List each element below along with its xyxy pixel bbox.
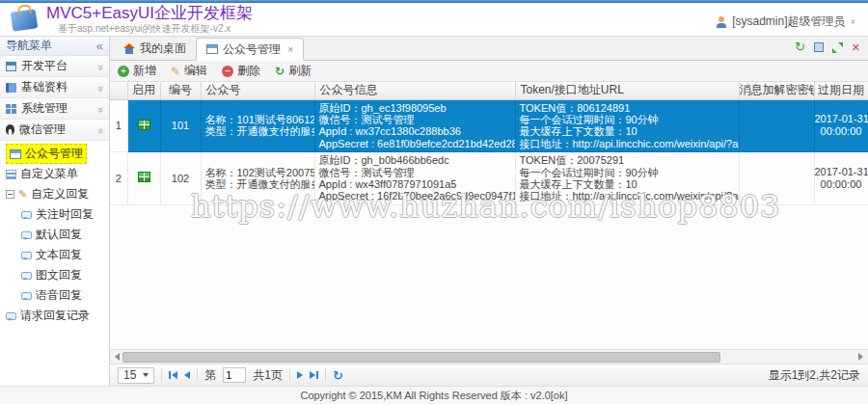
penguin-icon <box>6 124 14 135</box>
token-cell: TOKEN值：806124891 每一个会话过期时间：90分钟 最大缓存上下文数… <box>515 99 739 152</box>
chevron-double-down-icon: » <box>95 64 107 67</box>
edit-button[interactable]: ✎ 编辑 <box>171 63 207 79</box>
tree-item-voice-reply[interactable]: 语音回复 <box>6 285 109 306</box>
tree-item-request-reply-log[interactable]: 请求回复记录 <box>6 306 109 326</box>
home-icon <box>123 43 135 54</box>
tab-my-desktop[interactable]: 我的桌面 <box>114 37 196 60</box>
tab-official-account-mgmt[interactable]: 公众号管理 × <box>196 38 304 61</box>
account-cell: 名称：101测试号806124891 类型：开通微支付的服务号 <box>201 99 314 152</box>
user-icon <box>716 16 727 28</box>
window-icon <box>6 62 16 71</box>
row-index: 1 <box>110 99 127 152</box>
separator <box>197 368 198 382</box>
page-size-select[interactable]: 15 <box>118 367 154 384</box>
close-all-tabs-icon[interactable]: ✕ <box>852 41 860 53</box>
speech-bubble-icon <box>21 292 32 300</box>
col-token-url[interactable]: Token/接口地址URL <box>515 82 739 99</box>
datagrid: 启用 编号 公众号 公众号信息 Token/接口地址URL 消息加解密密钥 过期… <box>110 82 868 349</box>
next-page-button[interactable] <box>297 371 303 379</box>
rownum-column-header <box>110 82 127 99</box>
tree-item-custom-menu[interactable]: 自定义菜单 <box>6 164 109 184</box>
horizontal-scrollbar[interactable] <box>110 349 868 364</box>
user-menu[interactable]: [sysadmin]超级管理员 » <box>716 13 854 30</box>
app-title: MVC5+EasyUI企业开发框架 <box>46 4 253 22</box>
close-tab-icon[interactable]: × <box>287 43 293 55</box>
grid-icon <box>6 104 16 114</box>
secret-key-cell <box>739 152 814 205</box>
enabled-cell <box>127 99 160 152</box>
prev-page-button[interactable] <box>184 371 190 379</box>
maximize-icon[interactable] <box>832 42 843 53</box>
scroll-right-icon[interactable] <box>858 353 863 361</box>
speech-bubble-icon <box>21 252 32 259</box>
total-pages-label: 共1页 <box>253 367 283 384</box>
last-page-button[interactable] <box>310 371 318 379</box>
tree-item-text-reply[interactable]: 文本回复 <box>6 245 109 265</box>
tab-tools: ↻ ✕ <box>795 41 860 53</box>
speech-bubble-icon <box>21 211 32 219</box>
speech-bubble-icon <box>21 231 32 239</box>
sidebar-section-basic-data[interactable]: 基础资料 » <box>0 77 109 98</box>
enabled-icon <box>138 120 150 130</box>
enabled-cell <box>127 152 160 205</box>
col-number[interactable]: 编号 <box>160 82 201 99</box>
secret-key-cell <box>739 99 814 152</box>
book-icon <box>6 83 16 93</box>
sidebar-section-dev-platform[interactable]: 开发平台 » <box>0 56 109 77</box>
plus-icon: + <box>118 66 129 77</box>
collapse-node-icon[interactable] <box>6 190 14 199</box>
number-cell: 102 <box>160 152 201 205</box>
pager-controls: 15 第 共1页 ↻ <box>118 367 343 384</box>
account-info-cell: 原始ID：gh_ec13f98095eb 微信号：测试号管理 AppId : w… <box>314 99 515 152</box>
speech-bubble-icon <box>21 272 32 280</box>
chevron-double-down-icon: » <box>95 106 107 110</box>
tab-list-icon[interactable] <box>814 42 824 52</box>
hscroll-thumb[interactable] <box>122 352 720 363</box>
collapse-sidebar-icon[interactable]: « <box>96 40 103 52</box>
edit-pen-icon: ✎ <box>18 189 27 200</box>
app-header: MVC5+EasyUI企业开发框架 基于asp.net+easyui的快速开发框… <box>0 3 868 37</box>
enabled-icon <box>138 172 150 182</box>
page-number-input[interactable] <box>223 367 246 383</box>
sidebar-title: 导航菜单 <box>6 38 52 54</box>
account-info-cell: 原始ID：gh_b0b466bb6edc 微信号：测试号管理 AppId : w… <box>314 152 515 205</box>
col-account[interactable]: 公众号 <box>201 82 314 99</box>
table-row[interactable]: 1 101 名称：101测试号806124891 类型：开通微支付的服务号 原始… <box>110 99 868 152</box>
table-row[interactable]: 2 102 名称：102测试号20075291 类型：开通微支付的服务号 原始I… <box>110 152 868 205</box>
refresh-button[interactable]: ↻ 刷新 <box>275 63 312 79</box>
scroll-left-icon[interactable] <box>115 353 120 361</box>
chevron-double-up-icon: « <box>95 127 107 131</box>
branding: MVC5+EasyUI企业开发框架 基于asp.net+easyui的快速开发框… <box>46 4 253 36</box>
first-page-button[interactable] <box>169 371 177 379</box>
col-secret-key[interactable]: 消息加解密密钥 <box>739 82 814 99</box>
tree-item-follow-reply[interactable]: 关注时回复 <box>6 204 109 225</box>
tree-item-official-account-mgmt[interactable]: 公众号管理 <box>6 144 109 164</box>
chevron-down-icon: » <box>848 19 856 23</box>
tree-item-default-reply[interactable]: 默认回复 <box>6 225 109 245</box>
footer-copyright: Copyright © 2015,KM All Rights Reserved … <box>0 386 868 404</box>
expire-cell: 2017-01-31 00:00:00 <box>814 99 868 152</box>
grid-toolbar: + 新增 ✎ 编辑 − 删除 ↻ 刷新 <box>110 61 868 82</box>
tree-item-imagetext-reply[interactable]: 图文回复 <box>6 265 109 285</box>
sidebar-section-wechat-mgmt[interactable]: 微信管理 « <box>0 120 109 141</box>
reload-icon[interactable]: ↻ <box>333 368 343 383</box>
app-logo-icon <box>11 9 39 31</box>
newspaper-icon <box>206 44 218 54</box>
app-subtitle: 基于asp.net+easyui的快速开发框架-v2.x <box>46 22 253 36</box>
col-expire-date[interactable]: 过期日期 <box>814 82 868 99</box>
refresh-tab-icon[interactable]: ↻ <box>795 41 805 53</box>
col-account-info[interactable]: 公众号信息 <box>314 82 515 99</box>
delete-button[interactable]: − 删除 <box>222 63 260 79</box>
separator <box>289 368 290 382</box>
col-enabled[interactable]: 启用 <box>127 82 160 99</box>
sidebar-section-system-mgmt[interactable]: 系统管理 » <box>0 98 109 120</box>
minus-icon: − <box>222 66 233 77</box>
refresh-icon: ↻ <box>275 66 285 77</box>
selected-highlight: 公众号管理 <box>6 144 87 164</box>
add-button[interactable]: + 新增 <box>118 63 156 79</box>
expire-cell: 2017-01-31 00:00:00 <box>814 152 868 205</box>
pencil-icon: ✎ <box>171 66 180 77</box>
account-cell: 名称：102测试号20075291 类型：开通微支付的服务号 <box>201 152 314 205</box>
tree-item-custom-reply[interactable]: ✎ 自定义回复 <box>6 184 109 204</box>
speech-bubble-icon <box>6 312 16 320</box>
